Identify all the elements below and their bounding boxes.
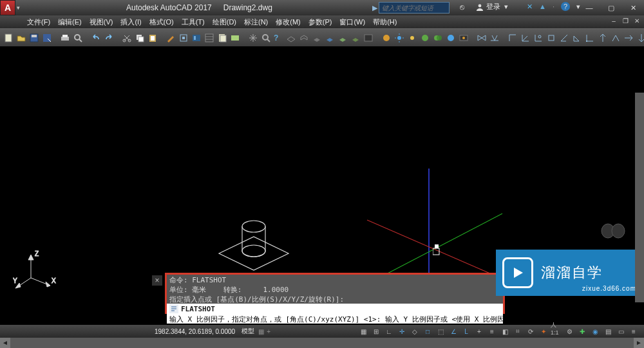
mdi-minimize-button[interactable]: – [609,17,618,26]
isodraft-icon[interactable]: ◇ [409,325,421,337]
tpy-icon[interactable]: ◧ [499,325,511,337]
ucs-icon[interactable] [507,31,518,45]
sc-icon[interactable]: ⟳ [525,325,536,337]
designcenter-icon[interactable] [191,31,202,45]
a360-icon[interactable]: ▲ [539,3,546,10]
app-menu-chevron-icon[interactable]: ▾ [17,5,23,11]
cleanscreen-icon[interactable]: ▭ [615,325,627,337]
paste-icon[interactable] [147,31,158,45]
ucs-y-icon[interactable] [636,31,644,45]
mdi-close-button[interactable]: ✕ [632,17,641,26]
menu-param[interactable]: 参数(P) [305,17,336,27]
command-window[interactable]: 命令: FLATSHOT 单位: 毫米 转换: 1.0000 指定插入点或 [基… [165,273,505,314]
ucs-3p-icon[interactable] [610,31,621,45]
custom-icon[interactable]: ≡ [628,325,639,337]
menu-insert[interactable]: 插入(I) [117,17,145,27]
undo-icon[interactable] [90,31,102,45]
dyninput-icon[interactable]: + [473,325,485,337]
ucs-z-icon[interactable] [597,31,609,45]
filter-icon[interactable]: ✚ [576,325,588,337]
qp-icon[interactable]: ⌗ [512,325,524,337]
menu-help[interactable]: 帮助(H) [369,17,401,27]
plot-icon[interactable] [59,31,71,45]
hardware-icon[interactable]: ◉ [589,325,601,337]
env-icon[interactable] [445,31,457,45]
vs-edges-icon[interactable] [363,31,374,45]
copy-icon[interactable] [134,31,146,45]
lwt-icon[interactable]: ≡ [486,325,498,337]
help-icon[interactable]: ? [561,2,570,11]
menu-modify[interactable]: 修改(M) [272,17,305,27]
sheetset-icon[interactable] [216,31,228,45]
menu-file[interactable]: 文件(F) [23,17,54,27]
app-logo[interactable]: A [0,0,15,15]
osnap-icon[interactable]: □ [422,325,433,337]
signin-button[interactable]: 登录 [476,2,500,12]
layout-grid-icon[interactable]: ▦ [258,328,264,335]
search-input[interactable] [379,2,450,14]
save-icon[interactable] [28,31,40,45]
menu-format[interactable]: 格式(O) [146,17,178,27]
adv-render-icon[interactable] [458,31,469,45]
infocenter-icon[interactable]: ⎋ [460,3,464,12]
vs-shaded-icon[interactable] [350,31,361,45]
dynucs-icon[interactable]: L [460,325,472,337]
scroll-right-icon[interactable]: ► [634,338,644,348]
ortho-icon[interactable]: ∟ [383,325,395,337]
render-icon[interactable] [381,31,392,45]
vs-realistic-icon[interactable] [324,31,336,45]
ucs-face-icon[interactable] [545,31,557,45]
mirror3d-icon[interactable] [476,31,488,45]
ws-icon[interactable]: ⚙ [564,325,575,337]
space-label[interactable]: 模型 [242,327,254,336]
markup-icon[interactable] [229,31,241,45]
align3d-icon[interactable] [489,31,500,45]
ucs-prev-icon[interactable] [533,31,544,45]
cmd-prompt-line[interactable]: 输入 X 比例因子，指定对角点，或 [角点(C)/xyz(XYZ)] <1>: … [167,314,503,324]
drawing-viewport[interactable]: X Y Z × 命令: FLATSHOT 单位: 毫米 转换: 1.0000 指… [0,46,644,325]
preview-icon[interactable] [72,31,84,45]
cmd-input-row[interactable]: FLATSHOT [167,304,503,314]
zoom-icon[interactable] [260,31,272,45]
menu-tools[interactable]: 工具(T) [178,17,209,27]
vs-2dwire-icon[interactable] [285,31,297,45]
menu-window[interactable]: 窗口(W) [336,17,369,27]
vs-hidden-icon[interactable] [311,31,323,45]
pan-icon[interactable] [247,31,259,45]
menu-dim[interactable]: 标注(N) [240,17,272,27]
otrack-icon[interactable]: ∠ [448,325,459,337]
window-close-button[interactable]: ✕ [622,0,644,15]
ucs-world-icon[interactable] [520,31,531,45]
vs-conceptual-icon[interactable] [337,31,348,45]
window-maximize-button[interactable]: ▢ [600,0,622,15]
open-icon[interactable] [15,31,27,45]
ucs-x-icon[interactable] [623,31,634,45]
mdi-restore-button[interactable]: ❐ [621,17,630,26]
cut-icon[interactable] [121,31,133,45]
redo-icon[interactable] [103,31,115,45]
match-icon[interactable] [165,31,176,45]
polar-icon[interactable]: ✛ [396,325,408,337]
sun-icon[interactable] [406,31,418,45]
properties-icon[interactable] [204,31,215,45]
saveas-icon[interactable] [41,31,53,45]
ucs-origin-icon[interactable] [584,31,596,45]
isoview-icon[interactable]: ▤ [602,325,614,337]
annomon-icon[interactable]: ✦ [538,325,549,337]
search-trigger-icon[interactable]: ▶ [372,4,377,12]
annoscale-icon[interactable]: 人 1:1 ▾ [551,325,562,337]
ucs-view-icon[interactable] [571,31,583,45]
menu-edit[interactable]: 编辑(E) [54,17,86,27]
vertical-scrollbar[interactable] [635,93,644,302]
vs-wireframe-icon[interactable] [298,31,310,45]
3dosnap-icon[interactable]: ⬚ [435,325,446,337]
help2-icon[interactable]: ? [273,31,279,45]
new-icon[interactable] [3,31,14,45]
menu-draw[interactable]: 绘图(D) [209,17,240,27]
exchange-icon[interactable]: ✕ [527,3,533,11]
block-icon[interactable] [178,31,189,45]
menu-view[interactable]: 视图(V) [86,17,117,27]
scroll-left-icon[interactable]: ◄ [0,338,10,348]
signin-chevron-icon[interactable]: ▾ [504,3,508,11]
materials2-icon[interactable] [432,31,444,45]
